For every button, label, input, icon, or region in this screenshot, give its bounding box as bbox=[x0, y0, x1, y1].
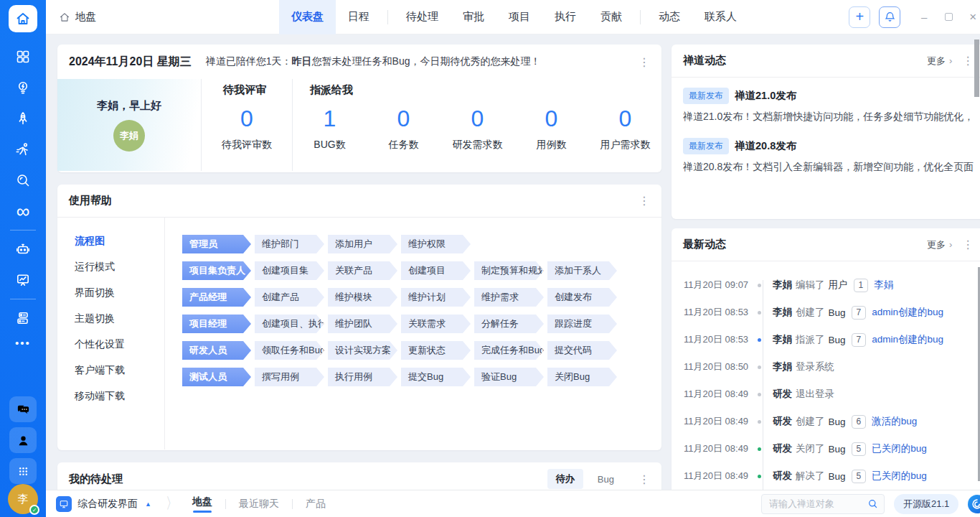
flow-step-chip[interactable]: 创建项目 bbox=[401, 261, 471, 280]
activity-text[interactable]: 李娟 创建了 Bug 7 admin创建的bug bbox=[773, 306, 943, 320]
help-menu-ui-switch[interactable]: 界面切换 bbox=[75, 287, 164, 299]
flow-step-chip[interactable]: 领取任务和Bug bbox=[255, 341, 324, 360]
help-menu-client-download[interactable]: 客户端下载 bbox=[75, 364, 164, 377]
sidebar-item-project[interactable] bbox=[9, 104, 37, 133]
flow-step-chip[interactable]: 添加干系人 bbox=[547, 261, 617, 280]
tab-todo[interactable]: 待处理 bbox=[394, 0, 451, 34]
help-menu-theme-switch[interactable]: 主题切换 bbox=[75, 312, 164, 325]
sidebar-apps-button[interactable] bbox=[9, 458, 37, 484]
stat-review-count[interactable]: 0 待我评审数 bbox=[202, 103, 292, 152]
flow-role-chip[interactable]: 项目经理 bbox=[182, 315, 251, 333]
news-item-title-row[interactable]: 最新发布 禅道21.0发布 bbox=[683, 88, 974, 104]
activity-text[interactable]: 研发 退出登录 bbox=[773, 388, 834, 401]
kebab-menu-icon[interactable]: ⋮ bbox=[639, 194, 650, 208]
stat-bug-count[interactable]: 1 BUG数 bbox=[293, 103, 367, 152]
sidebar-item-bi[interactable] bbox=[9, 266, 37, 294]
flow-step-chip[interactable]: 维护部门 bbox=[255, 235, 324, 253]
flow-step-chip[interactable]: 完成任务和Bug bbox=[474, 341, 544, 360]
activity-target-link[interactable]: admin创建的bug bbox=[872, 306, 943, 319]
flow-role-chip[interactable]: 产品经理 bbox=[182, 288, 251, 307]
user-avatar[interactable]: 李✓ bbox=[8, 484, 38, 514]
tab-execution[interactable]: 执行 bbox=[542, 0, 588, 34]
help-menu-run-mode[interactable]: 运行模式 bbox=[75, 261, 164, 274]
tab-calendar[interactable]: 日程 bbox=[336, 0, 382, 34]
activity-text[interactable]: 李娟 登录系统 bbox=[773, 360, 834, 373]
flow-role-chip[interactable]: 测试人员 bbox=[182, 368, 251, 386]
flow-step-chip[interactable]: 分解任务 bbox=[474, 315, 544, 333]
tab-review[interactable]: 审批 bbox=[451, 0, 496, 34]
news-item-desc[interactable]: 禅道20.8发布！文档引入全新编辑器，新增空间功能，优化全页面 bbox=[683, 161, 974, 174]
activity-more-link[interactable]: 更多› bbox=[927, 238, 952, 251]
activity-target-link[interactable]: 激活的bug bbox=[872, 415, 917, 428]
taskbar-tab-recent-chats[interactable]: 最近聊天 bbox=[236, 498, 282, 511]
help-menu-flowchart[interactable]: 流程图 bbox=[75, 235, 164, 248]
flow-step-chip[interactable]: 关联产品 bbox=[328, 261, 397, 280]
stat-requirement-count[interactable]: 0 用户需求数 bbox=[588, 103, 662, 152]
taskbar-tab-dashboard[interactable]: 地盘 bbox=[189, 495, 215, 513]
sidebar-item-product[interactable] bbox=[9, 73, 37, 102]
sidebar-item-execution[interactable] bbox=[9, 135, 37, 164]
sidebar-item-home[interactable] bbox=[9, 5, 37, 32]
sidebar-item-devops[interactable]: ∞ bbox=[9, 197, 37, 225]
activity-target-link[interactable]: admin创建的bug bbox=[872, 333, 943, 346]
news-item-desc[interactable]: 禅道21.0发布！文档新增快捷访问功能，任务多处细节功能优化， bbox=[683, 111, 974, 124]
activity-text[interactable]: 研发 创建了 Bug 6 激活的bug bbox=[773, 415, 917, 429]
flow-step-chip[interactable]: 提交Bug bbox=[401, 368, 471, 386]
kebab-menu-icon[interactable]: ⋮ bbox=[639, 472, 650, 486]
flow-step-chip[interactable]: 维护计划 bbox=[401, 288, 471, 307]
help-menu-personalization[interactable]: 个性化设置 bbox=[75, 338, 164, 351]
flow-step-chip[interactable]: 提交代码 bbox=[547, 341, 617, 360]
news-item-title-row[interactable]: 最新发布 禅道20.8发布 bbox=[683, 138, 974, 154]
sidebar-item-qa[interactable] bbox=[9, 166, 37, 195]
news-more-link[interactable]: 更多› bbox=[927, 55, 952, 67]
activity-text[interactable]: 研发 解决了 Bug 5 已关闭的bug bbox=[773, 470, 927, 483]
activity-text[interactable]: 李娟 指派了 Bug 7 admin创建的bug bbox=[773, 333, 943, 347]
activity-target-link[interactable]: 李娟 bbox=[874, 279, 893, 292]
tab-dashboard[interactable]: 仪表盘 bbox=[279, 0, 336, 34]
sidebar-item-ai[interactable] bbox=[9, 235, 37, 264]
flow-step-chip[interactable]: 维护模块 bbox=[328, 288, 397, 307]
flow-step-chip[interactable]: 设计实现方案 bbox=[328, 341, 397, 360]
window-minimize-button[interactable]: – bbox=[913, 6, 935, 28]
activity-text[interactable]: 李娟 编辑了 用户 1 李娟 bbox=[773, 279, 893, 292]
flow-step-chip[interactable]: 执行用例 bbox=[328, 368, 397, 386]
version-badge[interactable]: 开源版21.1 bbox=[894, 494, 958, 514]
flow-step-chip[interactable]: 创建产品 bbox=[255, 288, 324, 307]
zentao-logo-icon[interactable] bbox=[968, 495, 980, 513]
taskbar-tab-product[interactable]: 产品 bbox=[303, 498, 329, 511]
todo-tab-pending[interactable]: 待办 bbox=[547, 469, 583, 489]
stat-task-count[interactable]: 0 任务数 bbox=[367, 103, 440, 152]
flow-step-chip[interactable]: 更新状态 bbox=[401, 341, 471, 360]
flow-step-chip[interactable]: 维护权限 bbox=[401, 235, 471, 253]
flow-role-chip[interactable]: 项目集负责人 bbox=[182, 261, 251, 280]
sidebar-item-admin[interactable] bbox=[9, 304, 37, 332]
flow-step-chip[interactable]: 创建项目集 bbox=[255, 261, 324, 280]
stat-story-count[interactable]: 0 研发需求数 bbox=[440, 103, 514, 152]
window-maximize-button[interactable] bbox=[938, 6, 959, 28]
activity-target-link[interactable]: 已关闭的bug bbox=[872, 442, 927, 455]
flow-step-chip[interactable]: 制定预算和规划 bbox=[474, 261, 544, 280]
flow-step-chip[interactable]: 关闭Bug bbox=[547, 368, 617, 386]
tab-project[interactable]: 项目 bbox=[496, 0, 542, 34]
stat-case-count[interactable]: 0 用例数 bbox=[514, 103, 588, 152]
sidebar-item-dashboard[interactable] bbox=[9, 42, 37, 71]
flow-step-chip[interactable]: 维护团队 bbox=[328, 315, 397, 333]
sidebar-more-icon[interactable]: ••• bbox=[15, 337, 31, 349]
kebab-menu-icon[interactable]: ⋮ bbox=[962, 54, 974, 67]
search-input[interactable] bbox=[769, 498, 867, 509]
flow-step-chip[interactable]: 跟踪进度 bbox=[547, 315, 617, 333]
activity-target-link[interactable]: 已关闭的bug bbox=[872, 470, 927, 483]
workspace-switcher[interactable]: 综合研发界面 ▲ bbox=[56, 496, 151, 512]
todo-tab-bug[interactable]: Bug bbox=[589, 470, 623, 488]
search-icon[interactable] bbox=[867, 498, 878, 509]
flow-step-chip[interactable]: 验证Bug bbox=[474, 368, 544, 386]
flow-step-chip[interactable]: 添加用户 bbox=[328, 235, 397, 253]
flow-step-chip[interactable]: 创建发布 bbox=[547, 288, 617, 307]
page-scrollbar[interactable] bbox=[974, 39, 979, 97]
tab-contribution[interactable]: 贡献 bbox=[588, 0, 634, 34]
tab-contacts[interactable]: 联系人 bbox=[692, 0, 749, 34]
sidebar-chat-button[interactable] bbox=[9, 396, 37, 422]
flow-step-chip[interactable]: 撰写用例 bbox=[255, 368, 324, 386]
sidebar-profile-button[interactable] bbox=[9, 427, 37, 453]
create-button[interactable]: + bbox=[849, 6, 870, 28]
